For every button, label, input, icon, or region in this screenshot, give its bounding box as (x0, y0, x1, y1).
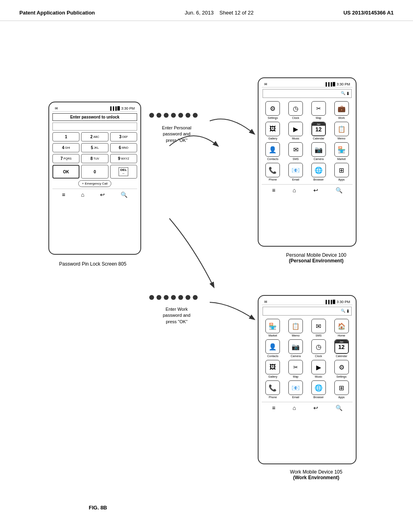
app-settings[interactable]: ⚙ Settings (263, 101, 283, 119)
work-market-icon: 🏪 (265, 319, 280, 333)
personal-search-icon[interactable]: 🔍 (341, 91, 345, 96)
dot-7 (193, 113, 198, 118)
work-dot-4 (171, 295, 176, 300)
lock-nav-back-icon[interactable]: ↩ (100, 191, 105, 198)
app-music[interactable]: ▶ Music (286, 122, 306, 140)
work-app-browser[interactable]: 🌐 Browser (309, 380, 329, 399)
key-0[interactable]: 0 (81, 165, 108, 179)
work-app-settings[interactable]: ⚙ Settings (331, 360, 352, 378)
key-7[interactable]: 7PQRS (52, 154, 79, 163)
music-icon-box: ▶ (288, 122, 303, 136)
work-phone-label: Phone (269, 396, 277, 399)
clock-icon-box: ◷ (288, 101, 303, 116)
app-apps[interactable]: ⊞ Apps (331, 163, 352, 181)
work-sms-icon: ✉ (311, 319, 326, 333)
key-5[interactable]: 5JKL (81, 143, 108, 152)
personal-search-icons: 🔍 ⬇ (341, 91, 350, 96)
work-nav-menu-icon[interactable]: ≡ (272, 405, 275, 411)
app-browser[interactable]: 🌐 Browser (309, 163, 329, 181)
app-gallery[interactable]: 🖼 Gallery (263, 122, 283, 140)
work-app-email[interactable]: 📧 Email (286, 380, 306, 399)
app-phone[interactable]: 📞 Phone (263, 163, 283, 181)
app-market[interactable]: 🏪 Market (331, 142, 352, 160)
work-nav-search-icon[interactable]: 🔍 (336, 405, 342, 411)
app-map[interactable]: ✂ Map (309, 101, 329, 119)
cal-top: Jan (312, 123, 325, 126)
work-download-icon[interactable]: ⬇ (346, 309, 350, 314)
app-contacts[interactable]: 👤 Contacts (263, 142, 283, 160)
phone-icon-box: 📞 (265, 163, 280, 177)
calendar-icon: Jan 12 (312, 122, 325, 136)
lock-battery-icon: ▉ (117, 106, 120, 110)
work-app-camera[interactable]: 📷 Camera (286, 339, 306, 357)
app-memo[interactable]: 📋 Memo (331, 122, 352, 140)
key-del[interactable]: DEL← (110, 165, 137, 179)
app-clock[interactable]: ◷ Clock (286, 101, 306, 119)
work-app-gallery[interactable]: 🖼 Gallery (263, 360, 283, 378)
lock-nav-search-icon[interactable]: 🔍 (121, 191, 127, 198)
work-app-music[interactable]: ▶ Music (309, 360, 329, 378)
work-app-home[interactable]: 🏠 Home (331, 319, 352, 337)
work-phone-caption: Work Mobile Device 105 (Work Environment… (264, 469, 369, 480)
lock-nav-bar: ≡ ⌂ ↩ 🔍 (52, 189, 137, 199)
app-sms[interactable]: ✉ SMS (286, 142, 306, 160)
key-6[interactable]: 6MNO (110, 143, 137, 152)
work-app-phone[interactable]: 📞 Phone (263, 380, 283, 399)
work-browser-label: Browser (313, 396, 324, 399)
work-dot-7 (193, 295, 198, 300)
gallery-icon-box: 🖼 (265, 122, 280, 136)
lock-screen-caption: Password Pin Lock Screen 805 (40, 261, 145, 267)
work-app-calendar[interactable]: Jan 12 Calendar (331, 339, 352, 357)
key-2[interactable]: 2ABC (81, 132, 108, 141)
market-label: Market (337, 158, 346, 160)
personal-nav-menu-icon[interactable]: ≡ (272, 187, 275, 193)
personal-download-icon[interactable]: ⬇ (346, 91, 350, 96)
work-nav-back-icon[interactable]: ↩ (313, 405, 318, 411)
contacts-label: Contacts (267, 158, 279, 160)
work-app-map[interactable]: ✂ Map (286, 360, 306, 378)
app-calendar[interactable]: Jan 12 Calendar (309, 122, 329, 140)
key-1[interactable]: 1 (52, 132, 79, 141)
emergency-call-button[interactable]: + Emergency Call (78, 180, 111, 187)
lock-nav-menu-icon[interactable]: ≡ (62, 191, 65, 198)
work-app-contacts[interactable]: 👤 Contacts (263, 339, 283, 357)
work-search-icon[interactable]: 🔍 (341, 309, 345, 314)
personal-envelope-icon: ✉ (264, 82, 267, 86)
cal-num: 12 (315, 127, 322, 132)
key-3[interactable]: 3DEF (110, 132, 137, 141)
lock-nav-home-icon[interactable]: ⌂ (81, 191, 84, 198)
key-8[interactable]: 8TUV (81, 154, 108, 163)
work-app-market[interactable]: 🏪 Market (263, 319, 283, 337)
personal-password-label: Enter Personalpassword andpress "OK" (148, 125, 205, 143)
app-camera[interactable]: 📷 Camera (309, 142, 329, 160)
personal-search-bar[interactable]: 🔍 ⬇ (263, 89, 352, 98)
dot-5 (178, 113, 183, 118)
calendar-label: Calendar (313, 137, 324, 140)
work-nav-home-icon[interactable]: ⌂ (292, 405, 296, 411)
work-app-clock[interactable]: ◷ Clock (309, 339, 329, 357)
work-app-memo[interactable]: 📋 Memo (286, 319, 306, 337)
key-4[interactable]: 4GHI (52, 143, 79, 152)
fig-label: FIG. 8B (89, 505, 107, 511)
work-app-sms[interactable]: ✉ SMS (309, 319, 329, 337)
work-memo-label: Memo (292, 334, 299, 337)
work-icon-box: 💼 (334, 101, 349, 116)
email-label: Email (292, 178, 299, 181)
sms-icon-box: ✉ (288, 142, 303, 157)
work-app-apps[interactable]: ⊞ Apps (331, 380, 352, 399)
work-search-bar[interactable]: 🔍 ⬇ (263, 307, 352, 316)
app-email[interactable]: 📧 Email (286, 163, 306, 181)
contacts-icon-box: 👤 (265, 142, 280, 157)
key-ok[interactable]: OK (52, 165, 79, 179)
work-market-label: Market (269, 334, 277, 337)
numpad: 1 2ABC 3DEF 4GHI 5JKL 6MNO 7PQRS 8TUV 9W… (52, 132, 137, 179)
personal-nav-search-icon[interactable]: 🔍 (336, 187, 342, 193)
work-memo-icon: 📋 (288, 319, 303, 333)
password-input[interactable] (52, 123, 137, 131)
work-camera-label: Camera (291, 355, 301, 357)
app-work[interactable]: 💼 Work (331, 101, 352, 119)
personal-status-bar: ✉ ▐▐▐ ▉ 3:30 PM (262, 81, 353, 87)
personal-nav-home-icon[interactable]: ⌂ (292, 187, 296, 193)
personal-nav-back-icon[interactable]: ↩ (313, 187, 318, 193)
key-9[interactable]: 9WXYZ (110, 154, 137, 163)
